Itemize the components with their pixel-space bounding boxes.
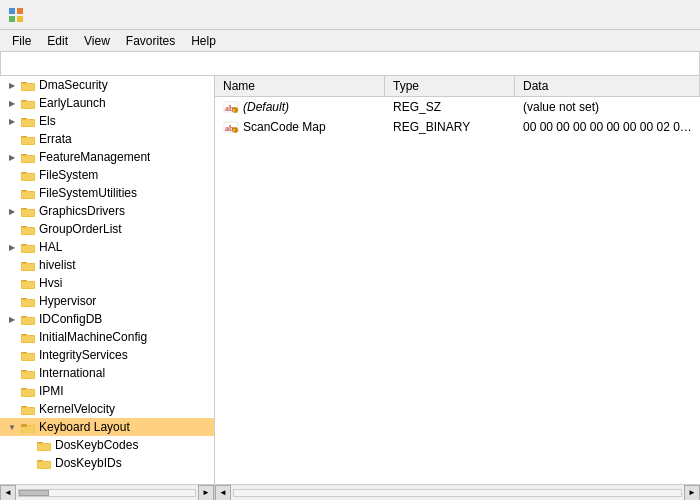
close-button[interactable] (646, 0, 692, 30)
menu-help[interactable]: Help (183, 32, 224, 50)
svg-rect-2 (9, 16, 15, 22)
tree-item-international[interactable]: International (0, 364, 214, 382)
svg-rect-55 (22, 300, 34, 306)
folder-icon-idconfigdb (20, 311, 36, 327)
expand-arrow-initialmachineconfig[interactable] (4, 329, 20, 345)
tree-item-doskeybids[interactable]: DosKeybIDs (0, 454, 214, 472)
expand-arrow-hivelist[interactable] (4, 257, 20, 273)
col-header-data: Data (515, 76, 700, 96)
tree-item-keyboardlayout[interactable]: ▼ Keyboard Layout (0, 418, 214, 436)
tree-item-integrityservices[interactable]: IntegrityServices (0, 346, 214, 364)
reg-row-default[interactable]: ab ! (Default)REG_SZ(value not set) (215, 97, 700, 117)
tree-h-scroll[interactable]: ◄ ► (0, 485, 215, 500)
svg-text:!: ! (233, 128, 235, 134)
expand-arrow-kernelvelocity[interactable] (4, 401, 20, 417)
col-header-name: Name (215, 76, 385, 96)
tree-item-kernelvelocity[interactable]: KernelVelocity (0, 400, 214, 418)
expand-arrow-integrityservices[interactable] (4, 347, 20, 363)
tree-item-hvsi[interactable]: Hvsi (0, 274, 214, 292)
scroll-right-btn2[interactable]: ► (684, 485, 700, 501)
svg-rect-47 (22, 264, 34, 270)
tree-label-doskeybids: DosKeybIDs (55, 456, 122, 470)
folder-icon-hivelist (20, 257, 36, 273)
expand-arrow-hypervisor[interactable] (4, 293, 20, 309)
tree-item-ipmi[interactable]: IPMI (0, 382, 214, 400)
right-h-scroll[interactable]: ◄ ► (215, 485, 700, 500)
folder-icon-ipmi (20, 383, 36, 399)
tree-item-dmasecurity[interactable]: ▶ DmaSecurity (0, 76, 214, 94)
menu-view[interactable]: View (76, 32, 118, 50)
tree-item-graphicsdrivers[interactable]: ▶ GraphicsDrivers (0, 202, 214, 220)
h-scroll-area[interactable]: ◄ ► ◄ ► (0, 484, 700, 500)
menu-edit[interactable]: Edit (39, 32, 76, 50)
svg-rect-39 (22, 228, 34, 234)
tree-item-hivelist[interactable]: hivelist (0, 256, 214, 274)
tree-label-hypervisor: Hypervisor (39, 294, 96, 308)
tree-label-hvsi: Hvsi (39, 276, 62, 290)
expand-arrow-grouporderlist[interactable] (4, 221, 20, 237)
svg-rect-75 (22, 390, 34, 396)
tree-item-filesystem[interactable]: FileSystem (0, 166, 214, 184)
folder-icon-doskeybids (36, 455, 52, 471)
svg-rect-15 (22, 120, 34, 126)
tree-label-els: Els (39, 114, 56, 128)
tree-item-initialmachineconfig[interactable]: InitialMachineConfig (0, 328, 214, 346)
scroll-right-btn[interactable]: ► (198, 485, 214, 501)
svg-rect-11 (22, 102, 34, 108)
menu-favorites[interactable]: Favorites (118, 32, 183, 50)
tree-label-kernelvelocity: KernelVelocity (39, 402, 115, 416)
expand-arrow-idconfigdb[interactable]: ▶ (4, 311, 20, 327)
reg-name-text-scancodemap: ScanCode Map (243, 120, 326, 134)
tree-label-idconfigdb: IDConfigDB (39, 312, 102, 326)
tree-item-els[interactable]: ▶ Els (0, 112, 214, 130)
folder-icon-hal (20, 239, 36, 255)
svg-rect-3 (17, 16, 23, 22)
scroll-left-btn2[interactable]: ◄ (215, 485, 231, 501)
scroll-thumb[interactable] (19, 490, 49, 496)
expand-arrow-earlylaunch[interactable]: ▶ (4, 95, 20, 111)
tree-item-earlylaunch[interactable]: ▶ EarlyLaunch (0, 94, 214, 112)
maximize-button[interactable] (600, 0, 646, 30)
expand-arrow-featuremanagement[interactable]: ▶ (4, 149, 20, 165)
expand-arrow-dmasecurity[interactable]: ▶ (4, 77, 20, 93)
svg-rect-51 (22, 282, 34, 288)
expand-arrow-doskeybcodes[interactable] (20, 437, 36, 453)
reg-cell-type-scancodemap: REG_BINARY (385, 119, 515, 135)
svg-rect-87 (38, 444, 50, 450)
menu-file[interactable]: File (4, 32, 39, 50)
tree-label-featuremanagement: FeatureManagement (39, 150, 150, 164)
folder-icon-els (20, 113, 36, 129)
tree-label-ipmi: IPMI (39, 384, 64, 398)
tree-label-earlylaunch: EarlyLaunch (39, 96, 106, 110)
expand-arrow-filesystemutilities[interactable] (4, 185, 20, 201)
expand-arrow-errata[interactable] (4, 131, 20, 147)
expand-arrow-doskeybids[interactable] (20, 455, 36, 471)
expand-arrow-hvsi[interactable] (4, 275, 20, 291)
expand-arrow-filesystem[interactable] (4, 167, 20, 183)
svg-rect-7 (22, 84, 34, 90)
svg-rect-1 (17, 8, 23, 14)
expand-arrow-els[interactable]: ▶ (4, 113, 20, 129)
expand-arrow-hal[interactable]: ▶ (4, 239, 20, 255)
scroll-left-btn[interactable]: ◄ (0, 485, 16, 501)
tree-item-featuremanagement[interactable]: ▶ FeatureManagement (0, 148, 214, 166)
column-headers: Name Type Data (215, 76, 700, 97)
tree-item-errata[interactable]: Errata (0, 130, 214, 148)
tree-item-hypervisor[interactable]: Hypervisor (0, 292, 214, 310)
right-pane[interactable]: Name Type Data ab ! (Default)REG_SZ(valu… (215, 76, 700, 484)
reg-row-scancodemap[interactable]: ab ! ScanCode MapREG_BINARY00 00 00 00 0… (215, 117, 700, 137)
app-icon (8, 7, 24, 23)
expand-arrow-ipmi[interactable] (4, 383, 20, 399)
svg-rect-63 (22, 336, 34, 342)
tree-item-idconfigdb[interactable]: ▶ IDConfigDB (0, 310, 214, 328)
tree-item-grouporderlist[interactable]: GroupOrderList (0, 220, 214, 238)
tree-item-doskeybcodes[interactable]: DosKeybCodes (0, 436, 214, 454)
tree-pane[interactable]: ▶ DmaSecurity▶ EarlyLaunch▶ Els Errata▶ (0, 76, 215, 484)
tree-item-hal[interactable]: ▶ HAL (0, 238, 214, 256)
expand-arrow-graphicsdrivers[interactable]: ▶ (4, 203, 20, 219)
svg-rect-27 (22, 174, 34, 180)
tree-item-filesystemutilities[interactable]: FileSystemUtilities (0, 184, 214, 202)
expand-arrow-keyboardlayout[interactable]: ▼ (4, 419, 20, 435)
expand-arrow-international[interactable] (4, 365, 20, 381)
minimize-button[interactable] (554, 0, 600, 30)
